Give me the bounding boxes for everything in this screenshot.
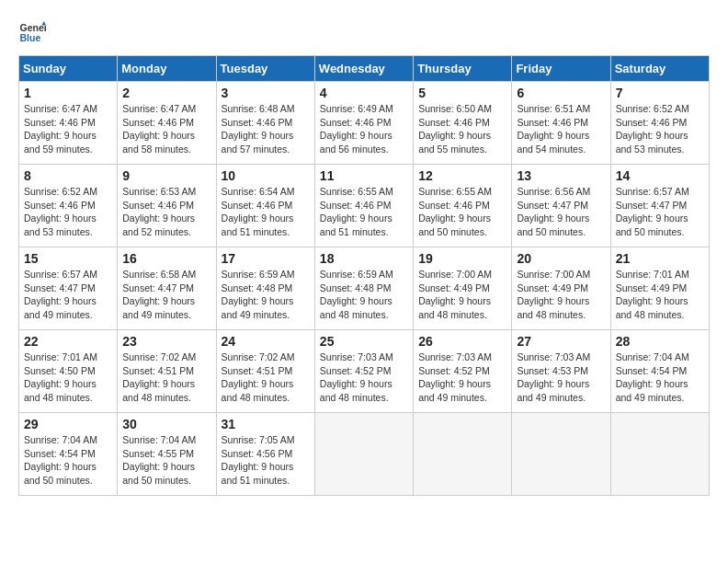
calendar-cell: 4 Sunrise: 6:49 AMSunset: 4:46 PMDayligh… [314,82,413,165]
day-number: 31 [222,417,310,431]
day-number: 23 [122,334,210,349]
day-info: Sunrise: 6:56 AMSunset: 4:47 PMDaylight:… [517,186,590,237]
day-number: 8 [24,168,112,183]
calendar-cell [512,413,610,496]
calendar-cell: 19 Sunrise: 7:00 AMSunset: 4:49 PMDaylig… [414,247,512,330]
calendar-cell: 7 Sunrise: 6:52 AMSunset: 4:46 PMDayligh… [610,82,709,165]
day-number: 1 [24,86,112,100]
calendar-cell: 22 Sunrise: 7:01 AMSunset: 4:50 PMDaylig… [19,330,118,413]
day-number: 4 [320,86,408,100]
day-info: Sunrise: 6:51 AMSunset: 4:46 PMDaylight:… [517,103,590,155]
calendar-cell: 13 Sunrise: 6:56 AMSunset: 4:47 PMDaylig… [512,165,610,247]
week-row-2: 8 Sunrise: 6:52 AMSunset: 4:46 PMDayligh… [19,165,710,247]
day-info: Sunrise: 6:55 AMSunset: 4:46 PMDaylight:… [418,186,492,237]
calendar-cell: 9 Sunrise: 6:53 AMSunset: 4:46 PMDayligh… [118,165,216,247]
weekday-header-monday: Monday [118,56,216,82]
week-row-3: 15 Sunrise: 6:57 AMSunset: 4:47 PMDaylig… [19,247,710,330]
calendar-cell: 5 Sunrise: 6:50 AMSunset: 4:46 PMDayligh… [414,82,512,165]
day-number: 5 [418,86,506,100]
day-number: 15 [24,251,112,266]
calendar-cell: 2 Sunrise: 6:47 AMSunset: 4:46 PMDayligh… [118,82,216,165]
calendar-cell: 16 Sunrise: 6:58 AMSunset: 4:47 PMDaylig… [118,247,216,330]
day-number: 22 [24,334,112,349]
day-number: 13 [517,168,605,183]
day-info: Sunrise: 7:03 AMSunset: 4:52 PMDaylight:… [320,351,393,403]
weekday-header-friday: Friday [512,56,610,82]
calendar-cell: 12 Sunrise: 6:55 AMSunset: 4:46 PMDaylig… [414,165,512,247]
day-info: Sunrise: 7:02 AMSunset: 4:51 PMDaylight:… [122,351,196,403]
day-number: 20 [517,251,605,266]
calendar-cell [414,413,512,496]
calendar-cell: 28 Sunrise: 7:04 AMSunset: 4:54 PMDaylig… [610,330,709,413]
day-info: Sunrise: 6:58 AMSunset: 4:47 PMDaylight:… [122,269,196,320]
weekday-header-row: SundayMondayTuesdayWednesdayThursdayFrid… [19,56,710,82]
calendar-cell: 27 Sunrise: 7:03 AMSunset: 4:53 PMDaylig… [512,330,610,413]
day-info: Sunrise: 7:05 AMSunset: 4:56 PMDaylight:… [222,434,295,486]
calendar-cell: 21 Sunrise: 7:01 AMSunset: 4:49 PMDaylig… [610,247,709,330]
calendar-cell: 6 Sunrise: 6:51 AMSunset: 4:46 PMDayligh… [512,82,610,165]
day-number: 17 [222,251,310,266]
day-number: 28 [616,334,704,349]
day-number: 10 [222,168,310,183]
day-info: Sunrise: 6:55 AMSunset: 4:46 PMDaylight:… [320,186,393,237]
calendar-cell: 10 Sunrise: 6:54 AMSunset: 4:46 PMDaylig… [216,165,314,247]
day-info: Sunrise: 7:04 AMSunset: 4:55 PMDaylight:… [122,434,196,486]
logo: General Blue [18,18,46,46]
day-info: Sunrise: 6:52 AMSunset: 4:46 PMDaylight:… [616,103,689,155]
calendar-cell: 26 Sunrise: 7:03 AMSunset: 4:52 PMDaylig… [414,330,512,413]
day-number: 25 [320,334,408,349]
calendar-table: SundayMondayTuesdayWednesdayThursdayFrid… [18,55,710,496]
calendar-cell: 15 Sunrise: 6:57 AMSunset: 4:47 PMDaylig… [19,247,118,330]
calendar-cell: 18 Sunrise: 6:59 AMSunset: 4:48 PMDaylig… [314,247,413,330]
day-info: Sunrise: 7:04 AMSunset: 4:54 PMDaylight:… [24,434,97,486]
calendar-cell: 17 Sunrise: 6:59 AMSunset: 4:48 PMDaylig… [216,247,314,330]
day-info: Sunrise: 6:47 AMSunset: 4:46 PMDaylight:… [24,103,97,155]
svg-text:General: General [20,22,47,33]
logo-icon: General Blue [18,18,46,46]
day-number: 14 [616,168,704,183]
day-info: Sunrise: 6:50 AMSunset: 4:46 PMDaylight:… [418,103,492,155]
day-number: 21 [616,251,704,266]
day-info: Sunrise: 7:04 AMSunset: 4:54 PMDaylight:… [616,351,689,403]
day-info: Sunrise: 6:57 AMSunset: 4:47 PMDaylight:… [616,186,689,237]
calendar-cell: 25 Sunrise: 7:03 AMSunset: 4:52 PMDaylig… [314,330,413,413]
day-number: 9 [122,168,210,183]
weekday-header-tuesday: Tuesday [216,56,314,82]
calendar-cell: 24 Sunrise: 7:02 AMSunset: 4:51 PMDaylig… [216,330,314,413]
day-number: 7 [616,86,704,100]
calendar-cell: 3 Sunrise: 6:48 AMSunset: 4:46 PMDayligh… [216,82,314,165]
day-number: 18 [320,251,408,266]
day-number: 2 [122,86,210,100]
calendar-cell: 23 Sunrise: 7:02 AMSunset: 4:51 PMDaylig… [118,330,216,413]
day-info: Sunrise: 7:03 AMSunset: 4:52 PMDaylight:… [418,351,492,403]
calendar-cell: 1 Sunrise: 6:47 AMSunset: 4:46 PMDayligh… [19,82,118,165]
day-info: Sunrise: 6:57 AMSunset: 4:47 PMDaylight:… [24,269,97,320]
day-number: 30 [122,417,210,431]
week-row-4: 22 Sunrise: 7:01 AMSunset: 4:50 PMDaylig… [19,330,710,413]
day-info: Sunrise: 6:59 AMSunset: 4:48 PMDaylight:… [320,269,393,320]
day-info: Sunrise: 7:00 AMSunset: 4:49 PMDaylight:… [517,269,590,320]
day-info: Sunrise: 7:01 AMSunset: 4:49 PMDaylight:… [616,269,689,320]
weekday-header-saturday: Saturday [610,56,709,82]
day-number: 6 [517,86,605,100]
day-number: 3 [222,86,310,100]
day-number: 11 [320,168,408,183]
day-number: 19 [418,251,506,266]
calendar-cell: 29 Sunrise: 7:04 AMSunset: 4:54 PMDaylig… [19,413,118,496]
day-number: 16 [122,251,210,266]
day-info: Sunrise: 7:01 AMSunset: 4:50 PMDaylight:… [24,351,97,403]
day-info: Sunrise: 6:54 AMSunset: 4:46 PMDaylight:… [222,186,295,237]
day-number: 24 [222,334,310,349]
calendar-body: 1 Sunrise: 6:47 AMSunset: 4:46 PMDayligh… [19,82,710,496]
weekday-header-wednesday: Wednesday [314,56,413,82]
calendar-cell [610,413,709,496]
header: General Blue [18,18,710,46]
calendar-cell [314,413,413,496]
calendar-cell: 31 Sunrise: 7:05 AMSunset: 4:56 PMDaylig… [216,413,314,496]
weekday-header-thursday: Thursday [414,56,512,82]
calendar-cell: 8 Sunrise: 6:52 AMSunset: 4:46 PMDayligh… [19,165,118,247]
week-row-5: 29 Sunrise: 7:04 AMSunset: 4:54 PMDaylig… [19,413,710,496]
calendar-cell: 14 Sunrise: 6:57 AMSunset: 4:47 PMDaylig… [610,165,709,247]
weekday-header-sunday: Sunday [19,56,118,82]
day-number: 12 [418,168,506,183]
